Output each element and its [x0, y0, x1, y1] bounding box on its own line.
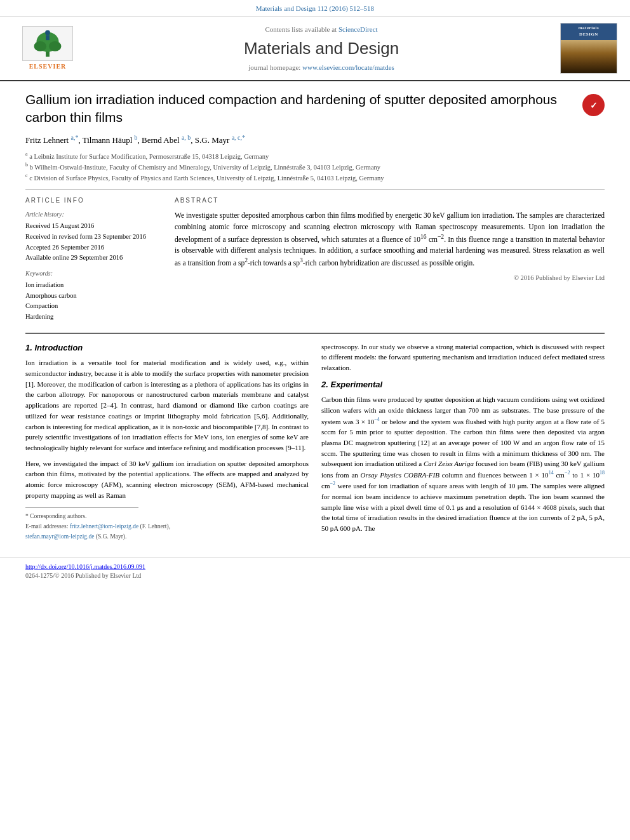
affiliations-block: a a Leibniz Institute for Surface Modifi…	[25, 150, 605, 183]
email-label: E-mail addresses: fritz.lehnert@iom-leip…	[25, 522, 309, 531]
journal-reference: Materials and Design 112 (2016) 512–518	[256, 4, 374, 12]
header-divider	[25, 189, 605, 190]
corresponding-authors-note: * Corresponding authors.	[25, 512, 309, 521]
affiliation-c: c c Division of Surface Physics, Faculty…	[25, 172, 605, 183]
history-received: Received 15 August 2016	[25, 222, 159, 231]
article-info-heading: ARTICLE INFO	[25, 196, 159, 205]
homepage-link[interactable]: www.elsevier.com/locate/matdes	[302, 63, 394, 71]
svg-point-5	[45, 30, 50, 35]
body-right-col: spectroscopy. In our study we observe a …	[321, 342, 605, 543]
email-mayr: stefan.mayr@iom-leipzig.de (S.G. Mayr).	[25, 532, 309, 541]
page-footer: http://dx.doi.org/10.1016/j.matdes.2016.…	[0, 557, 630, 585]
body-divider	[25, 333, 605, 334]
footnote-divider	[25, 507, 138, 508]
keyword-4: Hardening	[25, 312, 159, 322]
keywords-label: Keywords:	[25, 269, 159, 278]
svg-point-4	[49, 41, 62, 51]
title-section: Gallium ion irradiation induced compacti…	[25, 91, 605, 126]
section-1-para-2: Here, we investigated the impact of 30 k…	[25, 458, 309, 501]
article-content: Gallium ion irradiation induced compacti…	[0, 81, 630, 552]
journal-title-block: Contents lists available at ScienceDirec…	[83, 25, 560, 72]
email-mayr-link[interactable]: stefan.mayr@iom-leipzig.de	[25, 533, 94, 540]
abstract-col: ABSTRACT We investigate sputter deposite…	[175, 196, 605, 323]
history-online: Available online 29 September 2016	[25, 253, 159, 263]
article-info-abstract: ARTICLE INFO Article history: Received 1…	[25, 196, 605, 323]
section-1-para-1: Ion irradiation is a versatile tool for …	[25, 357, 309, 453]
issn-line: 0264-1275/© 2016 Published by Elsevier L…	[25, 571, 605, 580]
journal-name: Materials and Design	[83, 37, 560, 60]
affiliation-b: b b Wilhelm-Ostwald-Institute, Faculty o…	[25, 161, 605, 172]
article-title: Gallium ion irradiation induced compacti…	[25, 91, 605, 126]
elsevier-brand-text: ELSEVIER	[29, 62, 67, 71]
elsevier-logo-block: ELSEVIER	[13, 26, 83, 71]
svg-rect-6	[46, 35, 50, 40]
history-revised: Received in revised form 23 September 20…	[25, 232, 159, 242]
article-history-label: Article history:	[25, 210, 159, 219]
keyword-3: Compaction	[25, 302, 159, 311]
article-info-col: ARTICLE INFO Article history: Received 1…	[25, 196, 159, 323]
contents-line: Contents lists available at ScienceDirec…	[83, 25, 560, 34]
svg-text:✓: ✓	[590, 101, 598, 110]
affiliation-a: a a Leibniz Institute for Surface Modifi…	[25, 150, 605, 161]
homepage-line: journal homepage: www.elsevier.com/locat…	[83, 63, 560, 72]
section-2-title: 2. Experimental	[321, 378, 605, 391]
journal-reference-bar: Materials and Design 112 (2016) 512–518	[0, 0, 630, 17]
section-1-title: 1. Introduction	[25, 342, 309, 354]
doi-link: http://dx.doi.org/10.1016/j.matdes.2016.…	[25, 563, 605, 571]
journal-header: ELSEVIER Contents lists available at Sci…	[0, 17, 630, 81]
body-content: 1. Introduction Ion irradiation is a ver…	[25, 342, 605, 543]
doi-url[interactable]: http://dx.doi.org/10.1016/j.matdes.2016.…	[25, 563, 145, 570]
abstract-text: We investigate sputter deposited amorpho…	[175, 210, 605, 269]
elsevier-tree-icon	[22, 26, 73, 61]
right-col-intro-continuation: spectroscopy. In our study we observe a …	[321, 342, 605, 373]
journal-cover-image: materialsDESIGN	[560, 23, 617, 74]
svg-point-3	[34, 41, 47, 51]
section-2-para-1: Carbon thin films were produced by sputt…	[321, 394, 605, 533]
sciencedirect-link[interactable]: ScienceDirect	[338, 25, 378, 33]
cover-title-text: materialsDESIGN	[561, 23, 617, 40]
history-accepted: Accepted 26 September 2016	[25, 243, 159, 253]
abstract-heading: ABSTRACT	[175, 196, 605, 205]
email-lehnert[interactable]: fritz.lehnert@iom-leipzig.de	[70, 523, 138, 530]
keyword-1: Ion irradiation	[25, 281, 159, 290]
body-left-col: 1. Introduction Ion irradiation is a ver…	[25, 342, 309, 543]
cover-image	[561, 40, 617, 73]
copyright-text: © 2016 Published by Elsevier Ltd	[175, 274, 605, 283]
authors-line: Fritz Lehnert a,*, Tilmann Häupl b, Bern…	[25, 133, 605, 147]
keyword-2: Amorphous carbon	[25, 291, 159, 301]
